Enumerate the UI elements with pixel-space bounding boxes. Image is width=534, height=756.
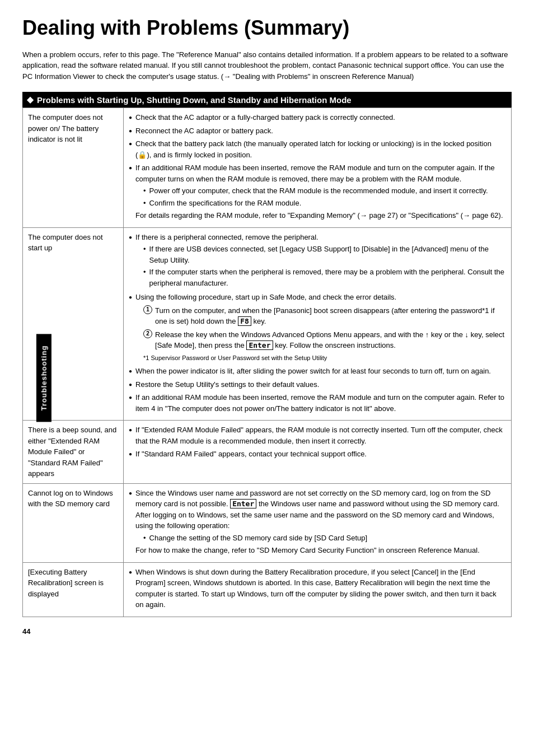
solution-text: Check that the AC adaptor or a fully-cha…	[135, 112, 395, 123]
table-row: Cannot log on to Windows with the SD mem…	[23, 483, 512, 562]
solution-cell: If there is a peripheral connected, remo…	[124, 227, 512, 421]
solution-item: Since the Windows user name and password…	[129, 488, 506, 556]
solution-text: If "Standard RAM Failed" appears, contac…	[135, 449, 367, 460]
solution-item: If "Standard RAM Failed" appears, contac…	[129, 449, 506, 460]
sub-item: If there are USB devices connected, set …	[143, 244, 506, 265]
solution-text: Using the following procedure, start up …	[135, 292, 506, 363]
solution-item: Restore the Setup Utility's settings to …	[129, 379, 506, 390]
table-row: [Executing Battery Recalibration] screen…	[23, 562, 512, 617]
solution-cell: If "Extended RAM Module Failed" appears,…	[124, 421, 512, 484]
solution-cell: When Windows is shut down during the Bat…	[124, 562, 512, 617]
problem-cell: There is a beep sound, and either "Exten…	[23, 421, 124, 484]
solution-item: When the power indicator is lit, after s…	[129, 366, 506, 377]
solution-text: If there is a peripheral connected, remo…	[135, 232, 506, 290]
step-text: Turn on the computer, and when the [Pana…	[155, 305, 506, 327]
footnote: *1 Supervisor Password or User Password …	[143, 353, 506, 363]
problem-cell: [Executing Battery Recalibration] screen…	[23, 562, 124, 617]
step-text: Release the key when the Windows Advance…	[155, 329, 506, 351]
solution-cell: Check that the AC adaptor or a fully-cha…	[124, 108, 512, 228]
solution-item: Using the following procedure, start up …	[129, 292, 506, 363]
solution-text: Check that the battery pack latch (the m…	[135, 138, 506, 160]
solution-text: When Windows is shut down during the Bat…	[135, 567, 506, 610]
sidebar-troubleshooting-label: Troubleshooting	[36, 334, 51, 422]
solution-item: If "Extended RAM Module Failed" appears,…	[129, 424, 506, 446]
extra-text: For details regarding the RAM module, re…	[135, 210, 506, 221]
solution-item: Reconnect the AC adaptor or battery pack…	[129, 125, 506, 137]
step-item: 1Turn on the computer, and when the [Pan…	[143, 305, 506, 327]
table-row: The computer does not power on/ The batt…	[23, 108, 512, 228]
solution-item: When Windows is shut down during the Bat…	[129, 567, 506, 610]
solution-item: Check that the AC adaptor or a fully-cha…	[129, 112, 506, 123]
solution-item: If there is a peripheral connected, remo…	[129, 232, 506, 290]
sub-item: Power off your computer, check that the …	[143, 185, 506, 197]
section-header: Problems with Starting Up, Shutting Down…	[22, 92, 512, 108]
solution-text: Reconnect the AC adaptor or battery pack…	[135, 125, 273, 137]
extra-text: For how to make the change, refer to "SD…	[135, 545, 506, 556]
sub-item: Confirm the specifications for the RAM m…	[143, 198, 506, 209]
solution-text: If an additional RAM module has been ins…	[135, 162, 506, 221]
solution-text: When the power indicator is lit, after s…	[135, 366, 491, 377]
section-header-text: Problems with Starting Up, Shutting Down…	[37, 95, 352, 105]
problem-cell: The computer does not power on/ The batt…	[23, 108, 124, 228]
solution-text: If "Extended RAM Module Failed" appears,…	[135, 424, 506, 446]
solution-item: If an additional RAM module has been ins…	[129, 392, 506, 414]
table-row: The computer does not start upIf there i…	[23, 227, 512, 421]
problem-cell: Cannot log on to Windows with the SD mem…	[23, 483, 124, 562]
page-title: Dealing with Problems (Summary)	[22, 17, 512, 39]
solution-cell: Since the Windows user name and password…	[124, 483, 512, 562]
sub-item: If the computer starts when the peripher…	[143, 267, 506, 288]
solution-item: Check that the battery pack latch (the m…	[129, 138, 506, 160]
page-number: 44	[22, 627, 512, 636]
problems-table: The computer does not power on/ The batt…	[22, 108, 512, 617]
solution-text: If an additional RAM module has been ins…	[135, 392, 506, 414]
solution-text: Restore the Setup Utility's settings to …	[135, 379, 319, 390]
solution-text: Since the Windows user name and password…	[135, 488, 506, 556]
solution-item: If an additional RAM module has been ins…	[129, 162, 506, 221]
table-row: There is a beep sound, and either "Exten…	[23, 421, 512, 484]
sub-item: Change the setting of the SD memory card…	[143, 533, 506, 544]
intro-text: When a problem occurs, refer to this pag…	[22, 49, 512, 82]
step-item: 2Release the key when the Windows Advanc…	[143, 329, 506, 351]
